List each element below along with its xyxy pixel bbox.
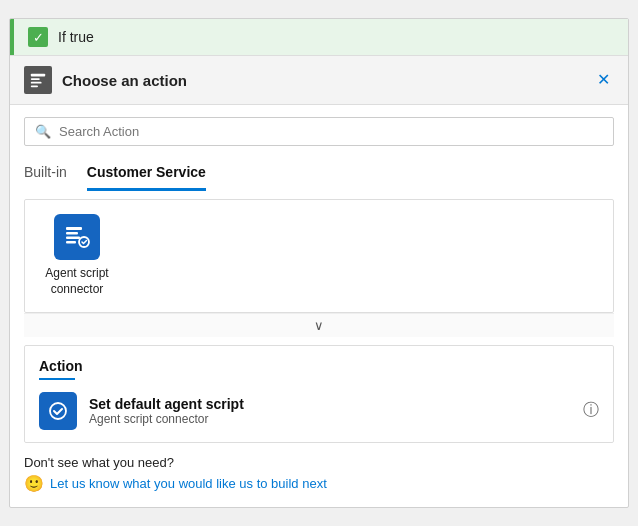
action-header-icon <box>24 66 52 94</box>
check-icon: ✓ <box>28 27 48 47</box>
info-icon[interactable]: ⓘ <box>583 400 599 421</box>
svg-rect-2 <box>31 82 42 84</box>
modal-body: 🔍 Built-in Customer Service <box>10 105 628 442</box>
tab-customer-service[interactable]: Customer Service <box>87 158 206 191</box>
footer: Don't see what you need? 🙂 Let us know w… <box>10 443 628 507</box>
close-button[interactable]: ✕ <box>593 70 614 90</box>
connector-icon <box>54 214 100 260</box>
modal-header: Choose an action ✕ <box>10 55 628 105</box>
collapse-row[interactable]: ∨ <box>24 313 614 337</box>
feedback-link-text[interactable]: Let us know what you would like us to bu… <box>50 476 327 491</box>
svg-rect-3 <box>31 86 38 88</box>
svg-rect-6 <box>66 237 80 240</box>
tab-bar: Built-in Customer Service <box>24 158 614 191</box>
svg-point-9 <box>50 403 66 419</box>
svg-rect-1 <box>31 79 40 81</box>
connector-label: Agent script connector <box>37 266 117 297</box>
if-true-bar: ✓ If true <box>10 19 628 55</box>
smiley-icon: 🙂 <box>24 474 44 493</box>
tab-builtin[interactable]: Built-in <box>24 158 67 191</box>
dont-see-text: Don't see what you need? <box>24 455 614 470</box>
action-name: Set default agent script <box>89 396 571 412</box>
svg-rect-0 <box>31 74 45 77</box>
modal-title: Choose an action <box>62 72 583 89</box>
action-section-title: Action <box>39 358 599 374</box>
action-section: Action Set default agent script Agent sc… <box>24 345 614 443</box>
svg-rect-5 <box>66 232 78 235</box>
action-sub: Agent script connector <box>89 412 571 426</box>
section-underline <box>39 378 75 380</box>
svg-rect-4 <box>66 227 82 230</box>
dialog-container: ✓ If true Choose an action ✕ 🔍 Built-in <box>9 18 629 507</box>
svg-rect-7 <box>66 241 76 244</box>
chevron-down-icon: ∨ <box>314 318 324 333</box>
connector-item-agent-script[interactable]: Agent script connector <box>37 214 117 297</box>
search-icon: 🔍 <box>35 124 51 139</box>
if-true-label: If true <box>58 29 94 45</box>
action-row[interactable]: Set default agent script Agent script co… <box>39 392 599 430</box>
search-box: 🔍 <box>24 117 614 146</box>
action-icon <box>39 392 77 430</box>
connector-area: Agent script connector <box>24 199 614 312</box>
action-text: Set default agent script Agent script co… <box>89 396 571 426</box>
search-input[interactable] <box>59 124 603 139</box>
feedback-link: 🙂 Let us know what you would like us to … <box>24 474 614 493</box>
